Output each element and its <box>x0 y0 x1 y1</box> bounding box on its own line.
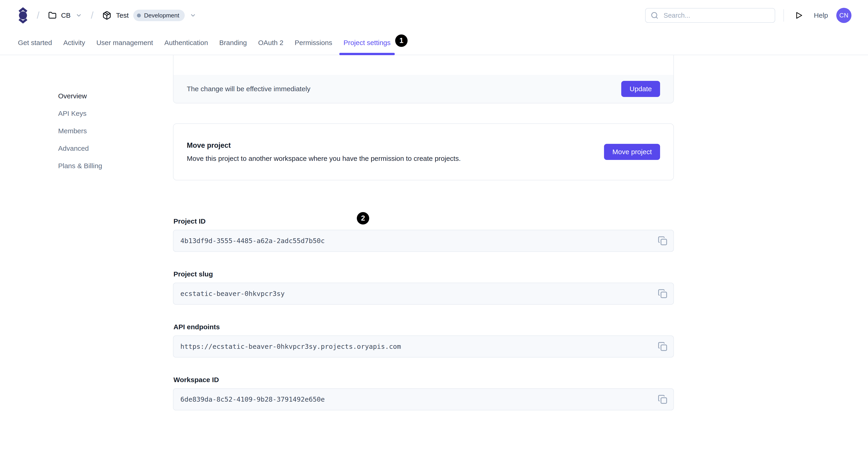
settings-sidebar: Overview API Keys Members Advanced Plans… <box>58 92 102 170</box>
project-name: Test <box>116 11 129 19</box>
move-project-title: Move project <box>187 141 461 150</box>
copy-button[interactable] <box>656 234 669 247</box>
sidebar-item-members[interactable]: Members <box>58 127 102 135</box>
status-dot <box>137 13 141 18</box>
annotation-marker-1: 1 <box>395 34 408 47</box>
move-project-description: Move this project to another workspace w… <box>187 155 461 162</box>
copy-icon <box>658 289 668 299</box>
breadcrumb-project[interactable]: Test Development <box>102 10 196 21</box>
move-project-button[interactable]: Move project <box>604 144 660 160</box>
api-endpoints-value: https://ecstatic-beaver-0hkvpcr3sy.proje… <box>180 343 401 350</box>
workspace-id-value: 6de839da-8c52-4109-9b28-3791492e650e <box>180 395 325 403</box>
tab-permissions[interactable]: Permissions <box>295 31 332 55</box>
workspace-id-section: Workspace ID 6de839da-8c52-4109-9b28-379… <box>173 376 674 410</box>
copy-button[interactable] <box>656 393 669 406</box>
api-endpoints-section: API endpoints https://ecstatic-beaver-0h… <box>173 323 674 358</box>
main-area: Overview API Keys Members Advanced Plans… <box>0 55 868 460</box>
move-project-text: Move project Move this project to anothe… <box>187 141 461 162</box>
project-nav-tabs: Get started Activity User management Aut… <box>0 31 868 55</box>
search-icon <box>651 11 658 19</box>
project-slug-field: ecstatic-beaver-0hkvpcr3sy <box>173 283 674 305</box>
update-notice-text: The change will be effective immediately <box>187 85 310 93</box>
tab-label: Project settings <box>343 39 391 47</box>
breadcrumb: / CB / Test De <box>18 6 196 25</box>
workspace-id-field: 6de839da-8c52-4109-9b28-3791492e650e <box>173 388 674 410</box>
header-actions: Help CN <box>645 8 851 23</box>
package-icon <box>102 11 112 20</box>
workspace-name: CB <box>61 11 71 19</box>
tab-authentication[interactable]: Authentication <box>164 31 208 55</box>
tab-oauth2[interactable]: OAuth 2 <box>258 31 283 55</box>
environment-badge: Development <box>133 10 185 21</box>
workspace-id-label: Workspace ID <box>174 376 674 384</box>
copy-button[interactable] <box>656 287 669 300</box>
tab-get-started[interactable]: Get started <box>18 31 52 55</box>
project-id-field: 4b13df9d-3555-4485-a62a-2adc55d7b50c <box>173 230 674 252</box>
tab-user-management[interactable]: User management <box>96 31 153 55</box>
search-input[interactable] <box>663 11 772 20</box>
api-endpoints-label: API endpoints <box>174 323 674 331</box>
tab-branding[interactable]: Branding <box>219 31 247 55</box>
breadcrumb-separator: / <box>91 10 94 20</box>
api-endpoints-field: https://ecstatic-beaver-0hkvpcr3sy.proje… <box>173 335 674 358</box>
copy-icon <box>658 395 668 404</box>
breadcrumb-separator: / <box>37 10 39 20</box>
breadcrumb-workspace[interactable]: CB <box>48 11 82 20</box>
tab-project-settings[interactable]: Project settings 1 <box>343 31 391 55</box>
tab-activity[interactable]: Activity <box>63 31 85 55</box>
chevron-down-icon <box>190 12 196 19</box>
copy-icon <box>658 236 668 246</box>
sidebar-item-plans-billing[interactable]: Plans & Billing <box>58 162 102 170</box>
update-card-footer: The change will be effective immediately… <box>174 75 673 103</box>
environment-label: Development <box>144 12 179 19</box>
project-slug-section: Project slug ecstatic-beaver-0hkvpcr3sy <box>173 270 674 305</box>
project-id-value: 4b13df9d-3555-4485-a62a-2adc55d7b50c <box>180 237 325 245</box>
header-divider <box>783 9 784 22</box>
chevron-down-icon <box>75 12 82 19</box>
play-icon-button[interactable] <box>795 11 803 20</box>
avatar[interactable]: CN <box>836 8 851 23</box>
sidebar-item-api-keys[interactable]: API Keys <box>58 110 102 117</box>
project-id-label: Project ID <box>174 217 674 225</box>
help-link[interactable]: Help <box>814 11 828 19</box>
folder-icon <box>48 11 57 20</box>
project-id-section: Project ID 4b13df9d-3555-4485-a62a-2adc5… <box>173 217 674 252</box>
top-header: / CB / Test De <box>0 0 868 31</box>
copy-icon <box>658 342 668 351</box>
search-box <box>645 8 775 23</box>
update-notice-card: The change will be effective immediately… <box>173 55 674 103</box>
sidebar-item-advanced[interactable]: Advanced <box>58 144 102 152</box>
project-slug-label: Project slug <box>174 270 674 278</box>
project-slug-value: ecstatic-beaver-0hkvpcr3sy <box>180 290 285 298</box>
ory-logo[interactable] <box>18 6 28 25</box>
copy-button[interactable] <box>656 340 669 353</box>
move-project-card: Move project Move this project to anothe… <box>173 123 674 180</box>
update-button[interactable]: Update <box>621 81 660 97</box>
sidebar-item-overview[interactable]: Overview <box>58 92 102 100</box>
